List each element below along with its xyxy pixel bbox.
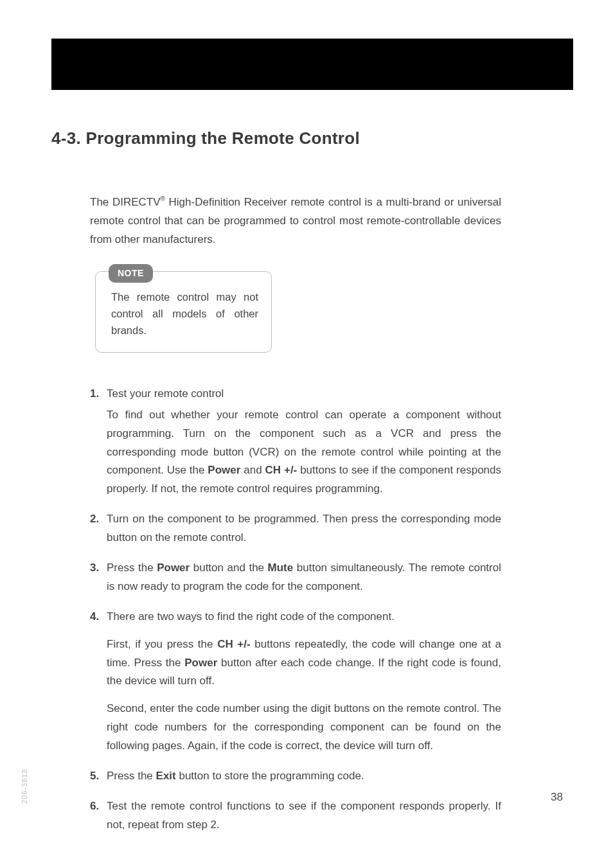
step-2-text: Turn on the component to be programmed. … [107, 510, 501, 547]
note-box: NOTE The remote control may not control … [95, 271, 272, 353]
ch-bold: CH +/- [265, 464, 298, 476]
step-6: Test the remote control functions to see… [90, 797, 501, 835]
intro-paragraph: The DIRECTV® High-Definition Receiver re… [90, 193, 501, 249]
step-4-lead: There are two ways to find the right cod… [107, 608, 501, 626]
step-1-body: To find out whether your remote control … [107, 406, 501, 499]
step-3-body: Press the Power button and the Mute butt… [107, 559, 501, 596]
header-black-band [51, 39, 573, 90]
intro-prefix: The DIRECTV [90, 196, 161, 208]
step-4-p1: First, if you press the CH +/- buttons r… [107, 635, 501, 691]
step-3: Press the Power button and the Mute butt… [90, 559, 501, 596]
step-3-b: button and the [190, 562, 267, 574]
steps-list: Test your remote control To find out whe… [90, 385, 501, 835]
step-1: Test your remote control To find out whe… [90, 385, 501, 499]
step-5-b: button to store the programming code. [176, 770, 364, 782]
step-4-p2: Second, enter the code number using the … [107, 700, 501, 756]
step-6-text: Test the remote control functions to see… [107, 797, 501, 835]
mute-bold: Mute [268, 562, 294, 574]
page-container: 4-3. Programming the Remote Control The … [0, 0, 613, 868]
power-bold-2: Power [157, 562, 190, 574]
note-text: The remote control may not control all m… [111, 288, 258, 339]
note-label: NOTE [109, 264, 153, 283]
power-bold-3: Power [184, 657, 217, 669]
step-4: There are two ways to find the right cod… [90, 608, 501, 756]
page-number: 38 [551, 791, 563, 804]
step-2: Turn on the component to be programmed. … [90, 510, 501, 547]
power-bold: Power [208, 464, 240, 476]
ch-bold-2: CH +/- [217, 638, 251, 650]
step-5-a: Press the [107, 770, 156, 782]
step-1-lead: Test your remote control [107, 385, 501, 403]
exit-bold: Exit [156, 770, 176, 782]
content-area: The DIRECTV® High-Definition Receiver re… [90, 193, 501, 835]
registered-symbol: ® [161, 195, 165, 202]
step-4-p1-a: First, if you press the [107, 638, 217, 650]
step-5: Press the Exit button to store the progr… [90, 767, 501, 786]
step-5-body: Press the Exit button to store the progr… [107, 767, 501, 786]
section-heading: 4-3. Programming the Remote Control [51, 128, 568, 148]
step-3-a: Press the [107, 562, 157, 574]
step-1-and: and [240, 464, 265, 476]
document-code: 206-3813 [21, 769, 28, 804]
